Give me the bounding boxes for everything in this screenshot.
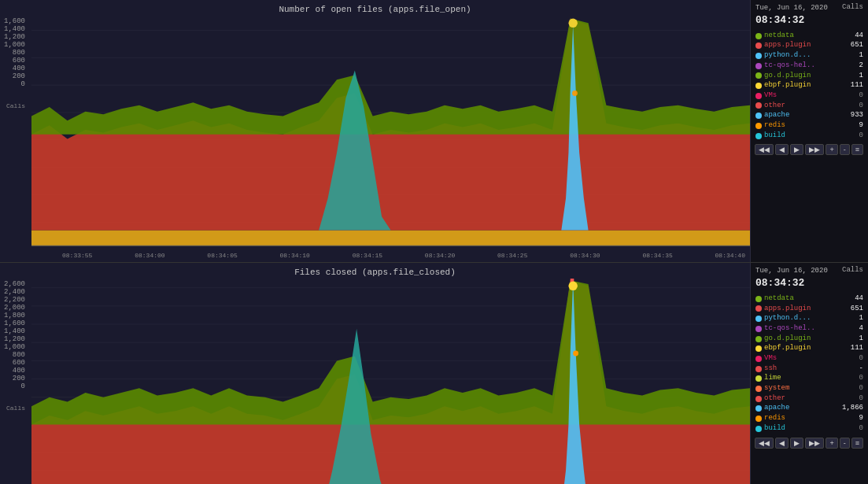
legend-name[interactable]: apache [764, 111, 789, 120]
legend-item: python.d... 1 [755, 314, 863, 323]
legend-item: go.d.plugin 1 [755, 334, 863, 344]
svg-point-37 [573, 351, 578, 357]
legend-value: 4 [859, 324, 863, 334]
legend-name[interactable]: netdata [764, 31, 794, 41]
legend-name[interactable]: redis [764, 414, 785, 423]
legend-value: 1 [859, 72, 863, 81]
legend-value: 0 [859, 131, 863, 141]
chart1-graph: 08:33:55 08:34:00 08:34:05 08:34:10 08:3… [31, 16, 750, 262]
legend-name[interactable]: redis [764, 121, 785, 131]
legend-name[interactable]: netdata [764, 294, 794, 304]
chart2-zoom-in-btn[interactable]: - [840, 438, 850, 449]
chart1-nav-controls: ◀◀ ◀ ▶ ▶▶ + - ≡ [755, 144, 863, 155]
legend-item: ssh - [755, 364, 863, 374]
legend-item: redis 9 [755, 121, 863, 131]
legend-item: build 0 [755, 131, 863, 141]
legend-dot [755, 296, 762, 302]
legend-name[interactable]: go.d.plugin [764, 72, 811, 81]
chart1-container: Number of open files (apps.file_open) 1,… [0, 0, 868, 263]
chart2-container: Files closed (apps.file_closed) 2,600 2,… [0, 263, 868, 484]
chart2-menu-btn[interactable]: ≡ [851, 438, 863, 449]
legend-name[interactable]: build [764, 424, 785, 434]
legend-item: ebpf.plugin 111 [755, 344, 863, 353]
legend-name[interactable]: ebpf.plugin [764, 81, 811, 91]
chart2-y-label: Calls [0, 405, 31, 412]
legend-name[interactable]: VMs [764, 354, 777, 364]
legend-name[interactable]: VMs [764, 91, 777, 101]
chart2-play-btn[interactable]: ▶ [790, 438, 803, 449]
legend-value: 2 [859, 61, 863, 71]
legend-name[interactable]: apache [764, 404, 789, 413]
legend-name[interactable]: go.d.plugin [764, 334, 811, 344]
chart2-next-btn[interactable]: ▶▶ [805, 438, 824, 449]
legend-name[interactable]: python.d... [764, 51, 811, 61]
chart1-datetime: Tue, Jun 16, 2020 08:34:32 [755, 3, 828, 28]
legend-item: system 0 [755, 384, 863, 393]
legend-name[interactable]: other [764, 102, 785, 111]
legend-value: 0 [859, 102, 863, 111]
legend-name[interactable]: ebpf.plugin [764, 344, 811, 353]
chart2-legend-header: Tue, Jun 16, 2020 08:34:32 Calls [755, 266, 863, 290]
svg-marker-32 [31, 280, 750, 424]
legend-name[interactable]: python.d... [764, 314, 811, 323]
legend-item: python.d... 1 [755, 51, 863, 61]
play-btn[interactable]: ▶ [790, 144, 803, 155]
chart2-body: 2,600 2,400 2,200 2,000 1,800 1,600 1,40… [0, 279, 750, 484]
legend-dot [755, 113, 762, 119]
legend-dot [755, 53, 762, 59]
legend-value: 111 [851, 344, 863, 353]
legend-name[interactable]: build [764, 131, 785, 141]
chart2-prev-btn[interactable]: ◀ [775, 438, 789, 449]
legend-dot [755, 305, 762, 312]
chart1-body: 1,600 1,400 1,200 1,000 800 600 400 200 … [0, 16, 750, 262]
chart2-legend: Tue, Jun 16, 2020 08:34:32 Calls netdata… [750, 263, 868, 484]
legend-value: 1,866 [842, 404, 863, 413]
legend-item: ebpf.plugin 111 [755, 81, 863, 91]
legend-dot [755, 123, 762, 129]
chart2-legend-items: netdata 44 apps.plugin 651 python.d... 1… [755, 294, 863, 434]
legend-name[interactable]: system [764, 384, 789, 393]
legend-value: 0 [859, 394, 863, 404]
chart2-prev-prev-btn[interactable]: ◀◀ [755, 438, 774, 449]
legend-name[interactable]: tc-qos-hel.. [764, 61, 815, 71]
next-btn[interactable]: ▶▶ [805, 144, 824, 155]
chart2-zoom-out-btn[interactable]: + [826, 438, 837, 449]
chart1-area: Number of open files (apps.file_open) 1,… [0, 0, 750, 262]
legend-value: 44 [855, 31, 863, 41]
legend-dot [755, 405, 762, 412]
legend-value: 651 [851, 305, 863, 314]
svg-point-36 [568, 282, 577, 291]
prev-btn[interactable]: ◀ [775, 144, 789, 155]
legend-dot [755, 63, 762, 69]
legend-dot [755, 345, 762, 352]
chart1-legend: Tue, Jun 16, 2020 08:34:32 Calls netdata… [750, 0, 868, 262]
legend-value: 0 [859, 374, 863, 383]
chart2-datetime: Tue, Jun 16, 2020 08:34:32 [755, 266, 828, 290]
legend-item: build 0 [755, 424, 863, 434]
legend-item: apps.plugin 651 [755, 305, 863, 314]
legend-item: VMs 0 [755, 91, 863, 101]
chart2-graph: 08:33:55 08:34:00 08:34:05 08:34:10 08:3… [31, 279, 750, 484]
menu-btn[interactable]: ≡ [851, 144, 863, 155]
zoom-out-btn[interactable]: + [826, 144, 837, 155]
legend-name[interactable]: other [764, 394, 785, 404]
legend-item: redis 9 [755, 414, 863, 423]
legend-dot [755, 396, 762, 402]
legend-dot [755, 366, 762, 372]
legend-dot [755, 102, 762, 109]
legend-dot [755, 326, 762, 332]
legend-name[interactable]: apps.plugin [764, 41, 811, 50]
legend-name[interactable]: apps.plugin [764, 305, 811, 314]
legend-item: lime 0 [755, 374, 863, 383]
zoom-in-btn[interactable]: - [840, 144, 850, 155]
legend-name[interactable]: tc-qos-hel.. [764, 324, 815, 334]
prev-prev-btn[interactable]: ◀◀ [755, 144, 774, 155]
legend-dot [755, 416, 762, 422]
legend-name[interactable]: ssh [764, 364, 777, 374]
legend-name[interactable]: lime [764, 374, 781, 383]
legend-dot [755, 426, 762, 432]
legend-dot [755, 316, 762, 322]
legend-item: tc-qos-hel.. 2 [755, 61, 863, 71]
legend-value: 44 [855, 294, 863, 304]
legend-value: 9 [859, 121, 863, 131]
